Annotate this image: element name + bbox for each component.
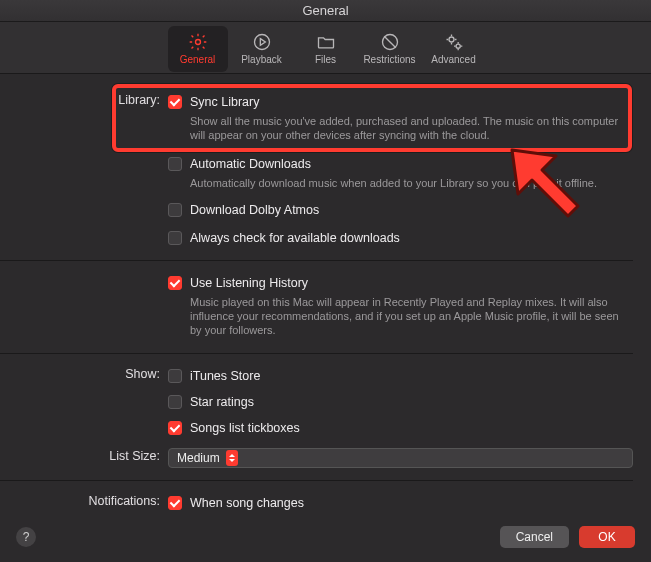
checkbox-song-changes[interactable]: [168, 496, 182, 510]
automatic-downloads-desc: Automatically download music when added …: [168, 176, 633, 194]
dolby-atmos-label: Download Dolby Atmos: [190, 202, 319, 218]
tab-playback[interactable]: Playback: [232, 26, 292, 72]
list-size-label: List Size:: [0, 448, 168, 463]
checkbox-itunes-store[interactable]: [168, 369, 182, 383]
listening-history-desc: Music played on this Mac will appear in …: [168, 295, 633, 341]
tab-files-label: Files: [315, 54, 336, 65]
check-downloads-label: Always check for available downloads: [190, 230, 400, 246]
tab-playback-label: Playback: [241, 54, 282, 65]
section-library: Library: Sync Library Show all the music…: [0, 74, 633, 261]
listening-history-label: Use Listening History: [190, 275, 308, 291]
sync-library-desc: Show all the music you've added, purchas…: [168, 114, 633, 146]
ok-button[interactable]: OK: [579, 526, 635, 548]
tab-restrictions-label: Restrictions: [363, 54, 415, 65]
tab-general[interactable]: General: [168, 26, 228, 72]
gears-icon: [444, 32, 464, 52]
checkbox-listening-history[interactable]: [168, 276, 182, 290]
window-title: General: [0, 0, 651, 22]
cancel-button[interactable]: Cancel: [500, 526, 569, 548]
checkbox-songs-tickboxes[interactable]: [168, 421, 182, 435]
notifications-label: Notifications:: [0, 493, 168, 508]
automatic-downloads-label: Automatic Downloads: [190, 156, 311, 172]
itunes-store-label: iTunes Store: [190, 368, 260, 384]
checkbox-star-ratings[interactable]: [168, 395, 182, 409]
folder-icon: [316, 32, 336, 52]
svg-point-3: [449, 37, 454, 42]
library-label: Library:: [0, 92, 168, 107]
tab-files[interactable]: Files: [296, 26, 356, 72]
preferences-toolbar: General Playback Files Restrictions Adva…: [0, 22, 651, 74]
star-ratings-label: Star ratings: [190, 394, 254, 410]
tab-advanced[interactable]: Advanced: [424, 26, 484, 72]
restrict-icon: [380, 32, 400, 52]
tab-general-label: General: [180, 54, 216, 65]
checkbox-automatic-downloads[interactable]: [168, 157, 182, 171]
section-show: Show: iTunes Store Star ratings Songs li…: [0, 354, 633, 481]
svg-point-1: [254, 35, 269, 50]
show-label: Show:: [0, 366, 168, 381]
checkbox-sync-library[interactable]: [168, 95, 182, 109]
sync-library-label: Sync Library: [190, 94, 259, 110]
section-history: Use Listening History Music played on th…: [0, 261, 633, 354]
chevron-updown-icon: [226, 450, 238, 466]
song-changes-label: When song changes: [190, 495, 304, 511]
help-button[interactable]: ?: [16, 527, 36, 547]
play-icon: [252, 32, 272, 52]
checkbox-check-downloads[interactable]: [168, 231, 182, 245]
footer: ? Cancel OK: [0, 512, 651, 562]
svg-point-4: [456, 44, 460, 48]
svg-point-0: [195, 40, 200, 45]
list-size-value: Medium: [177, 451, 220, 465]
tab-restrictions[interactable]: Restrictions: [360, 26, 420, 72]
songs-tickboxes-label: Songs list tickboxes: [190, 420, 300, 436]
checkbox-dolby-atmos[interactable]: [168, 203, 182, 217]
list-size-select[interactable]: Medium: [168, 448, 633, 468]
gear-icon: [188, 32, 208, 52]
tab-advanced-label: Advanced: [431, 54, 475, 65]
content-area: Library: Sync Library Show all the music…: [0, 74, 651, 525]
